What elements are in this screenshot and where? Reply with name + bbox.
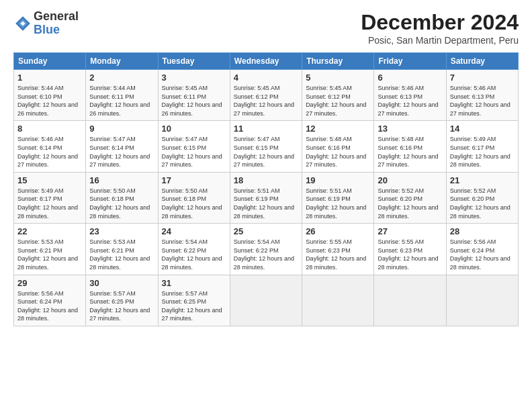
day-number: 8 bbox=[17, 124, 82, 134]
day-number: 20 bbox=[378, 175, 442, 185]
day-number: 16 bbox=[89, 175, 154, 185]
day-number: 7 bbox=[450, 73, 515, 83]
day-info: Sunrise: 5:45 AM Sunset: 6:12 PM Dayligh… bbox=[234, 84, 298, 118]
table-row: 14 Sunrise: 5:49 AM Sunset: 6:17 PM Dayl… bbox=[446, 121, 518, 172]
day-number: 29 bbox=[17, 278, 82, 288]
month-title: December 2024 bbox=[361, 10, 519, 35]
table-row: 28 Sunrise: 5:56 AM Sunset: 6:24 PM Dayl… bbox=[446, 224, 518, 275]
header-sunday: Sunday bbox=[14, 53, 86, 70]
day-info: Sunrise: 5:57 AM Sunset: 6:25 PM Dayligh… bbox=[162, 289, 226, 323]
day-number: 3 bbox=[162, 73, 226, 83]
day-number: 30 bbox=[89, 278, 154, 288]
logo: General Blue bbox=[13, 10, 79, 37]
day-number: 14 bbox=[450, 124, 515, 134]
logo-general: General bbox=[34, 9, 79, 23]
table-row: 26 Sunrise: 5:55 AM Sunset: 6:23 PM Dayl… bbox=[302, 224, 374, 275]
table-row: 3 Sunrise: 5:45 AM Sunset: 6:11 PM Dayli… bbox=[158, 70, 230, 121]
table-row: 6 Sunrise: 5:46 AM Sunset: 6:13 PM Dayli… bbox=[374, 70, 446, 121]
table-row: 21 Sunrise: 5:52 AM Sunset: 6:20 PM Dayl… bbox=[446, 172, 518, 223]
day-info: Sunrise: 5:50 AM Sunset: 6:18 PM Dayligh… bbox=[89, 187, 154, 220]
table-row: 4 Sunrise: 5:45 AM Sunset: 6:12 PM Dayli… bbox=[230, 70, 302, 121]
day-number: 31 bbox=[162, 278, 226, 288]
general-blue-icon bbox=[15, 15, 31, 32]
table-row bbox=[302, 275, 374, 326]
day-number: 22 bbox=[17, 226, 82, 236]
title-section: December 2024 Posic, San Martin Departme… bbox=[361, 10, 519, 46]
table-row: 2 Sunrise: 5:44 AM Sunset: 6:11 PM Dayli… bbox=[86, 70, 158, 121]
day-number: 23 bbox=[89, 226, 154, 236]
day-info: Sunrise: 5:46 AM Sunset: 6:14 PM Dayligh… bbox=[17, 135, 82, 169]
day-number: 17 bbox=[162, 175, 226, 185]
table-row: 18 Sunrise: 5:51 AM Sunset: 6:19 PM Dayl… bbox=[230, 172, 302, 223]
table-row: 24 Sunrise: 5:54 AM Sunset: 6:22 PM Dayl… bbox=[158, 224, 230, 275]
day-number: 25 bbox=[234, 226, 298, 236]
day-info: Sunrise: 5:45 AM Sunset: 6:11 PM Dayligh… bbox=[162, 84, 226, 118]
calendar-week-row: 22 Sunrise: 5:53 AM Sunset: 6:21 PM Dayl… bbox=[14, 224, 519, 275]
table-row: 17 Sunrise: 5:50 AM Sunset: 6:18 PM Dayl… bbox=[158, 172, 230, 223]
day-info: Sunrise: 5:51 AM Sunset: 6:19 PM Dayligh… bbox=[234, 187, 298, 220]
calendar-table: Sunday Monday Tuesday Wednesday Thursday… bbox=[13, 52, 519, 326]
table-row: 19 Sunrise: 5:51 AM Sunset: 6:19 PM Dayl… bbox=[302, 172, 374, 223]
day-info: Sunrise: 5:56 AM Sunset: 6:24 PM Dayligh… bbox=[450, 238, 515, 271]
day-number: 27 bbox=[378, 226, 442, 236]
table-row: 8 Sunrise: 5:46 AM Sunset: 6:14 PM Dayli… bbox=[14, 121, 86, 172]
day-info: Sunrise: 5:53 AM Sunset: 6:21 PM Dayligh… bbox=[17, 238, 82, 271]
table-row: 29 Sunrise: 5:56 AM Sunset: 6:24 PM Dayl… bbox=[14, 275, 86, 326]
day-info: Sunrise: 5:49 AM Sunset: 6:17 PM Dayligh… bbox=[17, 187, 82, 220]
day-info: Sunrise: 5:47 AM Sunset: 6:15 PM Dayligh… bbox=[234, 135, 298, 169]
day-number: 21 bbox=[450, 175, 515, 185]
day-info: Sunrise: 5:54 AM Sunset: 6:22 PM Dayligh… bbox=[162, 238, 226, 271]
table-row: 20 Sunrise: 5:52 AM Sunset: 6:20 PM Dayl… bbox=[374, 172, 446, 223]
header-monday: Monday bbox=[86, 53, 158, 70]
day-info: Sunrise: 5:47 AM Sunset: 6:15 PM Dayligh… bbox=[162, 135, 226, 169]
day-info: Sunrise: 5:48 AM Sunset: 6:16 PM Dayligh… bbox=[378, 135, 442, 169]
table-row: 7 Sunrise: 5:46 AM Sunset: 6:13 PM Dayli… bbox=[446, 70, 518, 121]
day-number: 2 bbox=[89, 73, 154, 83]
table-row: 1 Sunrise: 5:44 AM Sunset: 6:10 PM Dayli… bbox=[14, 70, 86, 121]
day-info: Sunrise: 5:52 AM Sunset: 6:20 PM Dayligh… bbox=[378, 187, 442, 220]
day-info: Sunrise: 5:54 AM Sunset: 6:22 PM Dayligh… bbox=[234, 238, 298, 271]
header-thursday: Thursday bbox=[302, 53, 374, 70]
table-row: 5 Sunrise: 5:45 AM Sunset: 6:12 PM Dayli… bbox=[302, 70, 374, 121]
day-number: 18 bbox=[234, 175, 298, 185]
day-info: Sunrise: 5:44 AM Sunset: 6:11 PM Dayligh… bbox=[89, 84, 154, 118]
day-number: 5 bbox=[306, 73, 370, 83]
day-info: Sunrise: 5:53 AM Sunset: 6:21 PM Dayligh… bbox=[89, 238, 154, 271]
table-row: 22 Sunrise: 5:53 AM Sunset: 6:21 PM Dayl… bbox=[14, 224, 86, 275]
day-number: 12 bbox=[306, 124, 370, 134]
table-row: 16 Sunrise: 5:50 AM Sunset: 6:18 PM Dayl… bbox=[86, 172, 158, 223]
day-number: 9 bbox=[89, 124, 154, 134]
table-row bbox=[446, 275, 518, 326]
day-info: Sunrise: 5:51 AM Sunset: 6:19 PM Dayligh… bbox=[306, 187, 370, 220]
table-row: 25 Sunrise: 5:54 AM Sunset: 6:22 PM Dayl… bbox=[230, 224, 302, 275]
day-info: Sunrise: 5:47 AM Sunset: 6:14 PM Dayligh… bbox=[89, 135, 154, 169]
day-info: Sunrise: 5:55 AM Sunset: 6:23 PM Dayligh… bbox=[378, 238, 442, 271]
table-row: 13 Sunrise: 5:48 AM Sunset: 6:16 PM Dayl… bbox=[374, 121, 446, 172]
day-info: Sunrise: 5:57 AM Sunset: 6:25 PM Dayligh… bbox=[89, 289, 154, 323]
day-info: Sunrise: 5:45 AM Sunset: 6:12 PM Dayligh… bbox=[306, 84, 370, 118]
day-info: Sunrise: 5:44 AM Sunset: 6:10 PM Dayligh… bbox=[17, 84, 82, 118]
table-row bbox=[230, 275, 302, 326]
header-saturday: Saturday bbox=[446, 53, 518, 70]
day-info: Sunrise: 5:50 AM Sunset: 6:18 PM Dayligh… bbox=[162, 187, 226, 220]
day-info: Sunrise: 5:46 AM Sunset: 6:13 PM Dayligh… bbox=[378, 84, 442, 118]
table-row: 11 Sunrise: 5:47 AM Sunset: 6:15 PM Dayl… bbox=[230, 121, 302, 172]
logo-blue: Blue bbox=[34, 23, 60, 36]
day-number: 13 bbox=[378, 124, 442, 134]
day-info: Sunrise: 5:56 AM Sunset: 6:24 PM Dayligh… bbox=[17, 289, 82, 323]
day-info: Sunrise: 5:48 AM Sunset: 6:16 PM Dayligh… bbox=[306, 135, 370, 169]
day-number: 6 bbox=[378, 73, 442, 83]
table-row: 12 Sunrise: 5:48 AM Sunset: 6:16 PM Dayl… bbox=[302, 121, 374, 172]
header-friday: Friday bbox=[374, 53, 446, 70]
day-number: 1 bbox=[17, 73, 82, 83]
table-row: 30 Sunrise: 5:57 AM Sunset: 6:25 PM Dayl… bbox=[86, 275, 158, 326]
calendar-week-row: 29 Sunrise: 5:56 AM Sunset: 6:24 PM Dayl… bbox=[14, 275, 519, 326]
day-info: Sunrise: 5:49 AM Sunset: 6:17 PM Dayligh… bbox=[450, 135, 515, 169]
table-row: 15 Sunrise: 5:49 AM Sunset: 6:17 PM Dayl… bbox=[14, 172, 86, 223]
day-number: 10 bbox=[162, 124, 226, 134]
day-number: 24 bbox=[162, 226, 226, 236]
day-number: 4 bbox=[234, 73, 298, 83]
header-tuesday: Tuesday bbox=[158, 53, 230, 70]
day-info: Sunrise: 5:55 AM Sunset: 6:23 PM Dayligh… bbox=[306, 238, 370, 271]
table-row: 10 Sunrise: 5:47 AM Sunset: 6:15 PM Dayl… bbox=[158, 121, 230, 172]
